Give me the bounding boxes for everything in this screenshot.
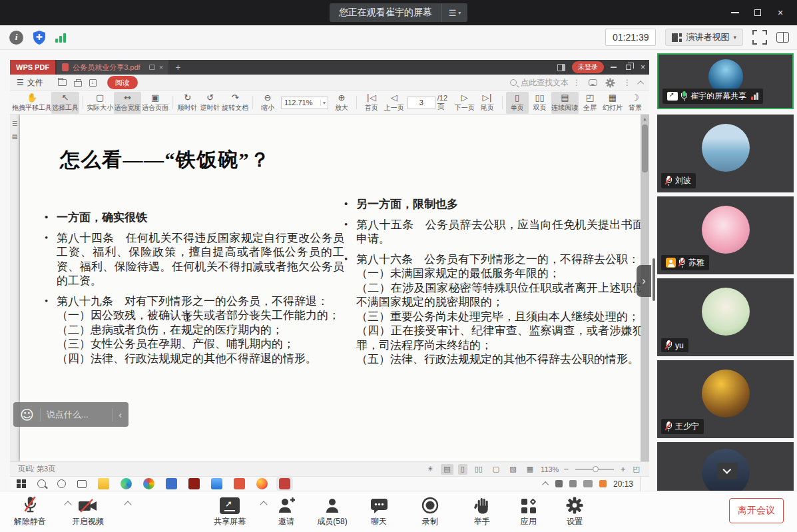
tool-continuous[interactable]: ▤连续阅读 [551,92,579,114]
cortana-icon[interactable] [57,479,66,488]
tool-slideshow[interactable]: ▦幻灯片 [601,92,624,114]
login-status-badge[interactable]: 未登录 [572,61,604,73]
tray-icon-2[interactable] [569,480,577,487]
members-button[interactable]: 成员(58) [306,495,358,527]
apps-button[interactable]: 应用 [503,495,555,527]
taskbar-app-wpp[interactable] [234,478,245,489]
read-mode-badge[interactable]: 阅读 [107,76,138,89]
sidebar-scrollbar-thumb[interactable] [653,258,655,301]
status-misc-icon-1[interactable]: ▢ [490,464,502,475]
tray-icon-ime[interactable] [599,480,607,487]
status-continuous-icon[interactable]: ▤ [441,464,453,475]
tool-rotate-ccw[interactable]: ↺逆时针 [199,92,222,114]
chat-input-placeholder[interactable]: 说点什么... [47,409,106,421]
record-button[interactable]: 录制 [404,495,456,527]
task-view-icon[interactable] [77,480,87,488]
participant-tile[interactable]: yu [657,278,794,356]
zoom-out-minus[interactable]: − [563,464,569,474]
raise-hand-button[interactable]: 举手 [456,495,508,527]
comment-icon[interactable] [589,79,597,86]
status-misc-icon-3[interactable]: ▦ [524,464,536,475]
tool-background[interactable]: ☽背景 [624,92,647,114]
wps-minimize-button[interactable] [611,67,617,67]
tool-rotate-doc[interactable]: ↷旋转文档 [222,92,249,114]
find-text-button[interactable]: 点此查找文本 ⋮ [510,77,581,89]
export-icon[interactable] [89,79,97,87]
participant-tile-screen-share[interactable]: 崔宇的屏幕共享 [657,53,794,109]
tool-pan[interactable]: ✋拖拽平移工具 [13,92,51,114]
network-signal-icon[interactable] [55,32,66,43]
start-button[interactable] [17,479,26,489]
scroll-participants-down-button[interactable] [717,463,738,479]
leave-meeting-button[interactable]: 离开会议 [729,498,784,523]
zoom-level-input[interactable] [282,99,320,107]
wps-brand-label[interactable]: WPS PDF [10,60,55,75]
status-two-page-icon[interactable]: ▯▯ [472,464,485,475]
more-vertical-icon[interactable]: ⋮ [623,78,631,87]
tool-first-page[interactable]: |◁首页 [360,92,383,114]
tool-fullscreen[interactable]: ◰全屏 [579,92,601,114]
print-icon[interactable] [74,81,82,87]
tool-zoom-in[interactable]: ⊕放大 [330,92,353,114]
taskbar-app-adobe[interactable] [188,478,200,489]
new-tab-button[interactable]: + [175,62,180,73]
tray-icon-3[interactable] [583,480,593,487]
tool-prev-page[interactable]: ◁上一页 [383,92,405,114]
taskbar-app-qq[interactable] [211,478,222,489]
gear-icon[interactable] [605,78,615,88]
taskbar-app-edge[interactable] [121,478,132,489]
tool-next-page[interactable]: ▷下一页 [453,92,476,114]
open-file-icon[interactable] [58,79,67,86]
zoom-slider-knob[interactable] [593,466,599,472]
tool-fit-page[interactable]: ▣适合页面 [141,92,168,114]
tool-single-page[interactable]: ▯单页 [506,92,529,114]
taskbar-search-icon[interactable] [37,479,46,488]
video-options-chevron[interactable] [124,501,131,508]
participant-tile[interactable]: 刘波 [657,115,794,192]
tool-actual-size[interactable]: ▢实际大小 [86,92,113,114]
close-button[interactable]: × [769,0,792,25]
chat-button[interactable]: 聊天 [353,495,405,527]
taskbar-app-wps-pdf[interactable] [279,478,290,489]
tool-select[interactable]: ↖选择工具 [51,92,79,114]
security-shield-icon[interactable] [32,30,47,45]
participant-tile[interactable]: 王少宁 [657,360,794,438]
scrollbar-thumb[interactable] [642,125,648,172]
panel-menu-icon[interactable]: ☰ [10,121,19,127]
wps-close-button[interactable]: × [641,63,645,72]
taskbar-app-chrome[interactable] [143,478,154,489]
taskbar-app-blue[interactable] [166,478,177,489]
sidebar-collapse-tab[interactable]: › [637,265,651,297]
status-fullscreen-icon[interactable]: ◰ [631,464,643,475]
tool-last-page[interactable]: ▷|尾页 [476,92,499,114]
zoom-in-plus[interactable]: + [621,464,626,474]
close-tab-icon[interactable]: × [159,63,163,71]
file-menu[interactable]: ☰ 文件 [10,77,50,89]
tool-two-page[interactable]: ▯▯双页 [529,92,551,114]
taskbar-app-files[interactable] [98,478,109,489]
panel-thumbnail-icon[interactable]: ▤ [10,133,19,140]
side-panel-toggle-icon[interactable] [776,32,789,43]
share-screen-button[interactable]: 共享屏幕 [204,495,256,527]
show-desktop-button[interactable] [640,477,643,491]
start-video-button[interactable]: 开启视频 [62,495,114,527]
document-tab[interactable]: 公务员就业分享3.pdf × [57,60,168,75]
unmute-button[interactable]: 解除静音 [4,495,56,527]
reading-layout-icon[interactable] [557,64,565,71]
tool-zoom-out[interactable]: ⊖缩小 [256,92,279,114]
minimize-button[interactable] [724,0,746,25]
tool-rotate-cw[interactable]: ↻顺时针 [176,92,199,114]
status-misc-icon-2[interactable]: ▨ [507,464,519,475]
watching-banner[interactable]: 您正在观看崔宇的屏幕 ☰ ▾ [330,3,468,22]
tray-expand-icon[interactable] [542,481,549,488]
fullscreen-icon[interactable] [752,30,767,45]
zoom-level-combo[interactable]: ▾ [281,97,328,109]
collapse-chat-icon[interactable]: ‹ [119,409,122,420]
tool-fit-width[interactable]: ↔适合宽度 [114,92,141,114]
participant-tile[interactable]: 苏雅 [657,196,794,274]
taskbar-clock[interactable]: 20:13 [613,479,633,489]
eye-protect-icon[interactable]: ☀ [424,464,436,475]
banner-menu-button[interactable]: ☰ ▾ [441,3,468,22]
taskbar-app-firefox[interactable] [256,478,268,489]
pin-tab-icon[interactable] [149,65,155,70]
